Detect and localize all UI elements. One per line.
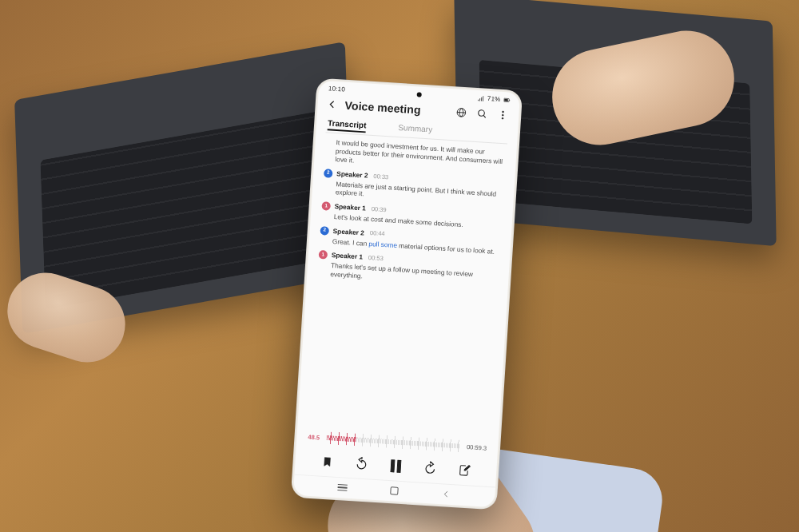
speaker-name: Speaker 2 [332,227,364,237]
svg-point-8 [502,117,503,119]
forward-icon [423,461,438,476]
timestamp: 00:44 [370,229,385,238]
timestamp: 00:53 [368,254,384,263]
playback-current-time: 48.5 [308,433,320,441]
rewind-icon [354,456,369,471]
forward-button[interactable] [420,459,440,478]
speaker-avatar: 1 [321,201,331,211]
page-title: Voice meeting [344,99,449,118]
transcript-entry: It would be good investment for us. It w… [324,137,507,174]
transcript-text: It would be good investment for us. It w… [335,138,507,174]
note-edit-icon [458,464,471,478]
speaker-avatar: 2 [324,169,333,178]
globe-icon [455,106,467,118]
bookmark-icon [321,456,333,468]
pause-button[interactable] [386,456,406,476]
svg-line-5 [483,115,486,117]
bookmark-button[interactable] [316,451,336,471]
highlighted-text: pull some [368,240,397,249]
speaker-name: Speaker 1 [332,251,364,261]
search-button[interactable] [474,105,491,122]
tab-summary[interactable]: Summary [398,120,433,139]
speaker-name: Speaker 2 [336,169,368,180]
more-button[interactable] [495,107,511,124]
svg-rect-1 [504,98,508,101]
svg-point-7 [502,114,503,116]
timestamp: 00:33 [373,173,388,181]
speaker-avatar: 2 [320,226,329,236]
phone-screen: 10:10 71% Voice meeting [293,81,520,508]
svg-rect-9 [391,459,395,472]
pause-icon [390,459,402,473]
back-button[interactable] [324,96,340,113]
language-button[interactable] [453,104,470,121]
transcript-entry: 2 Speaker 2 00:33 Materials are just a s… [323,169,505,207]
tab-transcript[interactable]: Transcript [328,115,368,134]
nav-home[interactable] [384,486,404,496]
nav-recents[interactable] [332,482,352,493]
edit-button[interactable] [455,460,475,480]
svg-point-6 [503,111,504,113]
rewind-button[interactable] [352,454,372,474]
photo-background: 10:10 71% Voice meeting [0,0,799,532]
timestamp: 00:39 [372,205,387,214]
battery-icon [503,97,510,103]
home-icon [390,486,399,495]
recents-icon [337,484,347,491]
back-icon [441,489,451,499]
chevron-left-icon [326,98,338,110]
playback-total-time: 00:59.3 [467,443,487,452]
speaker-name: Speaker 1 [334,202,366,212]
speaker-avatar: 1 [319,250,328,260]
more-vertical-icon [497,109,509,121]
status-time: 10:10 [328,85,346,93]
transcript-list[interactable]: It would be good investment for us. It w… [297,132,517,439]
status-battery: 71% [487,95,501,103]
transcript-entry: 1 Speaker 1 00:53 Thanks let's set up a … [317,250,499,288]
svg-rect-2 [509,99,510,100]
svg-rect-10 [397,460,401,473]
signal-icon [478,95,484,101]
nav-back[interactable] [436,489,456,499]
search-icon [476,108,488,120]
phone-frame: 10:10 71% Voice meeting [291,77,523,510]
